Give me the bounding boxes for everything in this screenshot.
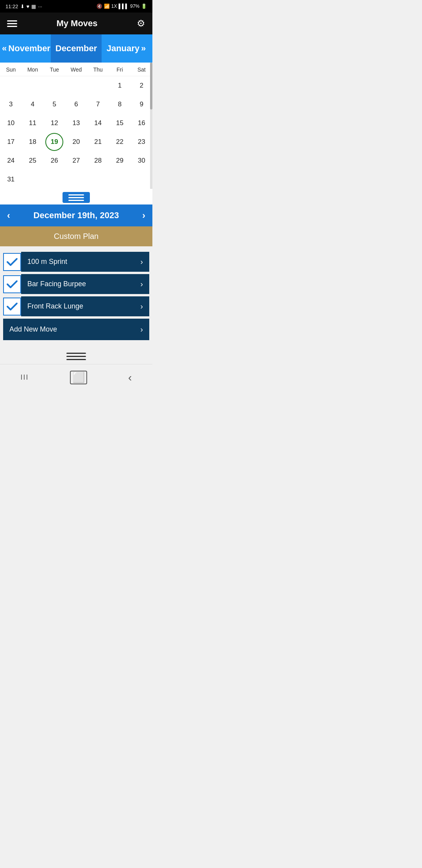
day-name-sun: Sun	[0, 63, 22, 76]
workout-item-1[interactable]: Bar Facing Burpee›	[3, 274, 149, 294]
bottom-handle	[0, 346, 152, 364]
workout-button-1[interactable]: Bar Facing Burpee›	[21, 274, 149, 294]
add-move-item[interactable]: Add New Move›	[3, 319, 149, 340]
signal-1x-icon: 1X	[111, 4, 117, 9]
cal-day-5[interactable]: 5	[43, 95, 65, 114]
cal-day-22[interactable]: 22	[109, 133, 131, 151]
selected-date-title: December 19th, 2023	[34, 210, 119, 221]
cal-day-7[interactable]: 7	[87, 95, 109, 114]
cal-day-24[interactable]: 24	[0, 151, 22, 170]
dots-icon: ···	[38, 4, 42, 9]
cal-day-4[interactable]: 4	[22, 95, 44, 114]
prev-date-button[interactable]: ‹	[7, 210, 10, 221]
cal-day-3[interactable]: 3	[0, 95, 22, 114]
plan-label: Custom Plan	[0, 226, 152, 246]
workout-button-2[interactable]: Front Rack Lunge›	[21, 296, 149, 316]
next-month-button[interactable]: January »	[102, 34, 152, 63]
cal-day-8[interactable]: 8	[109, 95, 131, 114]
cal-day-empty	[43, 170, 65, 189]
cal-day-17[interactable]: 17	[0, 133, 22, 151]
cal-day-1[interactable]: 1	[109, 76, 131, 95]
cal-day-6[interactable]: 6	[65, 95, 87, 114]
next-month-label: January	[107, 43, 139, 54]
time: 11:22	[5, 4, 18, 9]
current-month-label: December	[51, 34, 102, 63]
cal-day-empty	[65, 76, 87, 95]
calendar-grid: 1234567891011121314151617181920212223242…	[0, 76, 152, 189]
cal-day-18[interactable]: 18	[22, 133, 44, 151]
settings-icon[interactable]: ⚙	[137, 18, 145, 29]
workout-name-2: Front Rack Lunge	[27, 302, 83, 310]
drag-handle[interactable]	[0, 189, 152, 204]
drag-handle-bar[interactable]	[63, 192, 90, 203]
prev-arrow-icon: «	[2, 43, 7, 54]
cal-day-empty	[109, 170, 131, 189]
cal-day-empty	[131, 170, 152, 189]
cal-day-20[interactable]: 20	[65, 133, 87, 151]
next-arrow-icon: »	[141, 43, 146, 54]
workout-list: 100 m Sprint› Bar Facing Burpee› Front R…	[0, 246, 152, 346]
day-name-fri: Fri	[109, 63, 131, 76]
cal-day-11[interactable]: 11	[22, 114, 44, 133]
cal-day-empty	[0, 76, 22, 95]
scroll-thumb[interactable]	[150, 63, 152, 109]
workout-checkbox-2[interactable]	[3, 298, 21, 316]
month-navigation: « November December January »	[0, 34, 152, 63]
cal-day-21[interactable]: 21	[87, 133, 109, 151]
cal-day-empty	[22, 170, 44, 189]
cal-day-19[interactable]: 19	[43, 133, 65, 151]
workout-button-0[interactable]: 100 m Sprint›	[21, 252, 149, 272]
next-date-button[interactable]: ›	[142, 210, 145, 221]
cal-day-26[interactable]: 26	[43, 151, 65, 170]
cal-day-13[interactable]: 13	[65, 114, 87, 133]
cal-day-empty	[87, 170, 109, 189]
scroll-track	[150, 63, 152, 189]
cal-day-9[interactable]: 9	[131, 95, 152, 114]
cal-day-12[interactable]: 12	[43, 114, 65, 133]
cal-day-29[interactable]: 29	[109, 151, 131, 170]
add-move-button[interactable]: Add New Move›	[3, 319, 149, 340]
grid-icon: ▦	[31, 4, 36, 9]
cal-day-25[interactable]: 25	[22, 151, 44, 170]
cal-day-empty	[87, 76, 109, 95]
cal-day-empty	[22, 76, 44, 95]
prev-month-button[interactable]: « November	[0, 34, 51, 63]
workout-checkbox-0[interactable]	[3, 253, 21, 271]
cal-day-28[interactable]: 28	[87, 151, 109, 170]
android-nav-bar: III ⬜ ‹	[0, 364, 152, 392]
cal-day-empty	[43, 76, 65, 95]
wifi-icon: 📶	[104, 4, 110, 9]
status-bar: 11:22 ⬇ ♥ ▦ ··· 🔇 📶 1X ▌▌▌ 97% 🔋	[0, 0, 152, 13]
add-move-chevron: ›	[140, 325, 143, 334]
workout-name-0: 100 m Sprint	[27, 258, 67, 266]
calendar: SunMonTueWedThuFriSat 123456789101112131…	[0, 63, 152, 189]
nav-home-icon[interactable]: ⬜	[70, 371, 87, 384]
workout-item-2[interactable]: Front Rack Lunge›	[3, 296, 149, 316]
cal-day-30[interactable]: 30	[131, 151, 152, 170]
cal-day-27[interactable]: 27	[65, 151, 87, 170]
prev-month-label: November	[8, 43, 50, 54]
date-navigation: ‹ December 19th, 2023 ›	[0, 204, 152, 226]
cal-day-2[interactable]: 2	[131, 76, 152, 95]
cal-day-31[interactable]: 31	[0, 170, 22, 189]
workout-chevron-0: ›	[140, 257, 143, 266]
cal-day-empty	[65, 170, 87, 189]
status-right: 🔇 📶 1X ▌▌▌ 97% 🔋	[97, 4, 147, 9]
mute-icon: 🔇	[97, 4, 102, 9]
day-name-mon: Mon	[22, 63, 44, 76]
cal-day-15[interactable]: 15	[109, 114, 131, 133]
nav-menu-icon[interactable]: III	[21, 373, 29, 382]
battery-icon: 🔋	[141, 4, 147, 9]
cal-day-23[interactable]: 23	[131, 133, 152, 151]
calendar-wrapper: SunMonTueWedThuFriSat 123456789101112131…	[0, 63, 152, 189]
nav-back-icon[interactable]: ‹	[128, 371, 132, 384]
bottom-handle-bars	[66, 353, 86, 360]
cal-day-10[interactable]: 10	[0, 114, 22, 133]
status-left: 11:22 ⬇ ♥ ▦ ···	[5, 4, 42, 9]
workout-checkbox-1[interactable]	[3, 275, 21, 293]
cal-day-14[interactable]: 14	[87, 114, 109, 133]
workout-item-0[interactable]: 100 m Sprint›	[3, 252, 149, 272]
cal-day-16[interactable]: 16	[131, 114, 152, 133]
day-name-wed: Wed	[65, 63, 87, 76]
menu-button[interactable]	[7, 20, 17, 27]
